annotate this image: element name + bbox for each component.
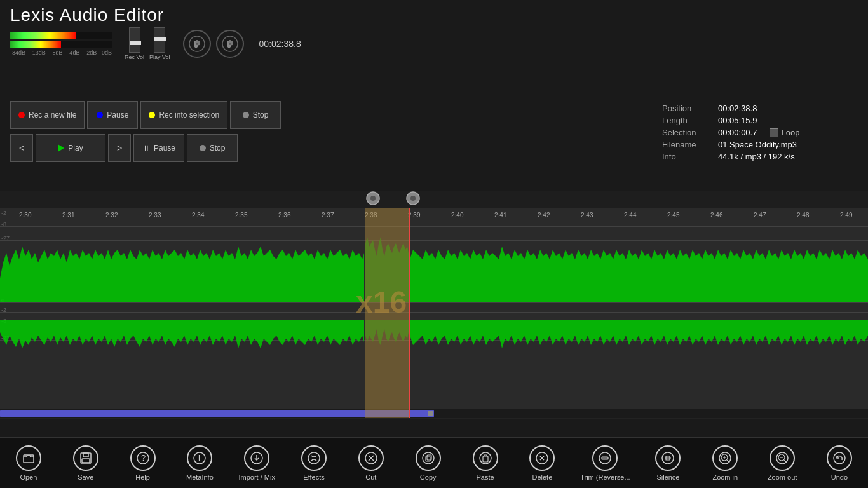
svg-text:2:49: 2:49 bbox=[840, 212, 853, 219]
play-vol-slider[interactable] bbox=[154, 27, 165, 53]
next-button[interactable]: > bbox=[108, 134, 131, 162]
effects-button[interactable]: Effects bbox=[295, 445, 333, 481]
svg-text:2:33: 2:33 bbox=[149, 212, 161, 219]
rec-vol-group: Rec Vol bbox=[125, 27, 144, 60]
rec-vol-label: Rec Vol bbox=[125, 54, 144, 60]
rec-into-button[interactable]: Rec into selection bbox=[140, 101, 227, 129]
svg-text:2:45: 2:45 bbox=[667, 212, 680, 219]
svg-point-7 bbox=[410, 196, 416, 201]
open-button[interactable]: Open bbox=[10, 445, 48, 481]
copy-icon bbox=[416, 445, 441, 471]
zoom-out-icon bbox=[770, 445, 795, 471]
svg-rect-31 bbox=[82, 459, 90, 463]
save-button[interactable]: Save bbox=[67, 445, 105, 481]
time-display: 00:02:38.8 bbox=[259, 39, 301, 49]
play-button[interactable]: Play bbox=[36, 134, 105, 162]
selection-row: Selection 00:00:00.7 Loop bbox=[662, 128, 858, 137]
stop2-button[interactable]: Stop bbox=[187, 134, 238, 162]
play-vol-group: Play Vol bbox=[149, 27, 170, 60]
delete-button[interactable]: Delete bbox=[523, 445, 561, 481]
scrollbar-track[interactable] bbox=[0, 409, 868, 418]
svg-text:2:43: 2:43 bbox=[581, 212, 593, 219]
svg-text:2:31: 2:31 bbox=[62, 212, 75, 219]
stop1-button[interactable]: Stop bbox=[230, 101, 281, 129]
vu-bar-bottom bbox=[10, 41, 112, 48]
cut-icon bbox=[358, 445, 384, 471]
zoom-in-button[interactable]: Zoom in bbox=[706, 445, 744, 481]
undo-label: Undo bbox=[831, 473, 848, 481]
undo-button[interactable]: Undo bbox=[820, 445, 858, 481]
bottom-toolbar: Open Save ? Help i MetaInfo bbox=[0, 437, 868, 488]
delete-label: Delete bbox=[532, 473, 552, 481]
rec-vol-slider[interactable] bbox=[129, 27, 140, 53]
timeline bbox=[0, 191, 868, 208]
speaker-fan-icon bbox=[216, 30, 244, 58]
delete-icon bbox=[529, 445, 555, 471]
svg-text:2:48: 2:48 bbox=[797, 212, 810, 219]
loop-box-icon bbox=[770, 128, 778, 137]
pause2-button[interactable]: ⏸ Pause bbox=[133, 134, 184, 162]
controls-area: Rec a new file Pause Rec into selection … bbox=[0, 98, 299, 165]
silence-label: Silence bbox=[656, 473, 679, 481]
app-title: Lexis Audio Editor bbox=[0, 0, 868, 28]
pause1-dot bbox=[97, 112, 103, 118]
controls-row2: < Play > ⏸ Pause Stop bbox=[0, 132, 299, 165]
svg-point-1 bbox=[196, 43, 198, 45]
top-bar: -34dB -13dB -8dB -4dB -2dB 0dB Rec Vol P… bbox=[0, 28, 868, 60]
svg-text:2:40: 2:40 bbox=[451, 212, 464, 219]
svg-text:2:30: 2:30 bbox=[19, 212, 32, 219]
selection-overlay[interactable] bbox=[365, 208, 409, 418]
undo-icon bbox=[827, 445, 852, 471]
prev-button[interactable]: < bbox=[10, 134, 33, 162]
sel-handle-right[interactable] bbox=[405, 191, 421, 208]
zoom-out-label: Zoom out bbox=[768, 473, 797, 481]
svg-text:?: ? bbox=[141, 453, 146, 463]
play-vol-label: Play Vol bbox=[149, 54, 170, 60]
info-panel: Position 00:02:38.8 Length 00:05:15.9 Se… bbox=[652, 98, 868, 166]
info-row: Info 44.1k / mp3 / 192 k/s bbox=[662, 152, 858, 161]
svg-line-57 bbox=[784, 460, 787, 463]
waveform-svg: 2:30 2:31 2:32 2:33 2:34 2:35 2:36 2:37 … bbox=[0, 208, 868, 418]
zoom-in-icon bbox=[712, 445, 738, 471]
trim-button[interactable]: Trim (Reverse... bbox=[580, 445, 630, 481]
scrollbar-grip[interactable] bbox=[428, 411, 433, 416]
svg-point-37 bbox=[308, 452, 320, 464]
silence-button[interactable]: Silence bbox=[649, 445, 687, 481]
svg-text:2:46: 2:46 bbox=[710, 212, 723, 219]
help-button[interactable]: ? Help bbox=[124, 445, 162, 481]
vu-labels: -34dB -13dB -8dB -4dB -2dB 0dB bbox=[10, 50, 112, 56]
loop-checkbox[interactable]: Loop bbox=[770, 128, 799, 137]
metainfo-button[interactable]: i MetaInfo bbox=[180, 445, 219, 481]
pause1-button[interactable]: Pause bbox=[87, 101, 138, 129]
svg-text:2:34: 2:34 bbox=[192, 212, 205, 219]
svg-text:2:35: 2:35 bbox=[235, 212, 248, 219]
rec-new-button[interactable]: Rec a new file bbox=[10, 101, 85, 129]
pause2-icon: ⏸ bbox=[142, 144, 150, 152]
waveform-tracks[interactable]: -2 -8 -27 0 -2 -8 -27 bbox=[0, 208, 868, 418]
open-label: Open bbox=[20, 473, 37, 481]
rec-into-dot bbox=[149, 112, 155, 118]
waveform-container[interactable]: -2 -8 -27 0 -2 -8 -27 bbox=[0, 191, 868, 419]
svg-rect-30 bbox=[83, 453, 88, 457]
copy-button[interactable]: Copy bbox=[409, 445, 447, 481]
cut-label: Cut bbox=[365, 473, 376, 481]
svg-text:i: i bbox=[198, 453, 200, 463]
import-mix-button[interactable]: Import / Mix bbox=[238, 445, 276, 481]
stop2-dot bbox=[200, 145, 206, 151]
effects-label: Effects bbox=[303, 473, 324, 481]
svg-point-39 bbox=[423, 452, 434, 464]
cut-button[interactable]: Cut bbox=[352, 445, 390, 481]
vu-bar-top bbox=[10, 32, 112, 39]
sel-handle-left[interactable] bbox=[365, 191, 381, 208]
svg-text:2:37: 2:37 bbox=[322, 212, 334, 219]
zoom-out-button[interactable]: Zoom out bbox=[763, 445, 801, 481]
controls-row1: Rec a new file Pause Rec into selection … bbox=[0, 98, 299, 132]
save-icon bbox=[73, 445, 98, 471]
svg-text:2:32: 2:32 bbox=[105, 212, 118, 219]
import-mix-icon bbox=[244, 445, 269, 471]
save-label: Save bbox=[78, 473, 93, 481]
filename-row: Filename 01 Space Oddity.mp3 bbox=[662, 140, 858, 149]
paste-button[interactable]: Paste bbox=[466, 445, 505, 481]
help-label: Help bbox=[135, 473, 150, 481]
position-row: Position 00:02:38.8 bbox=[662, 104, 858, 113]
